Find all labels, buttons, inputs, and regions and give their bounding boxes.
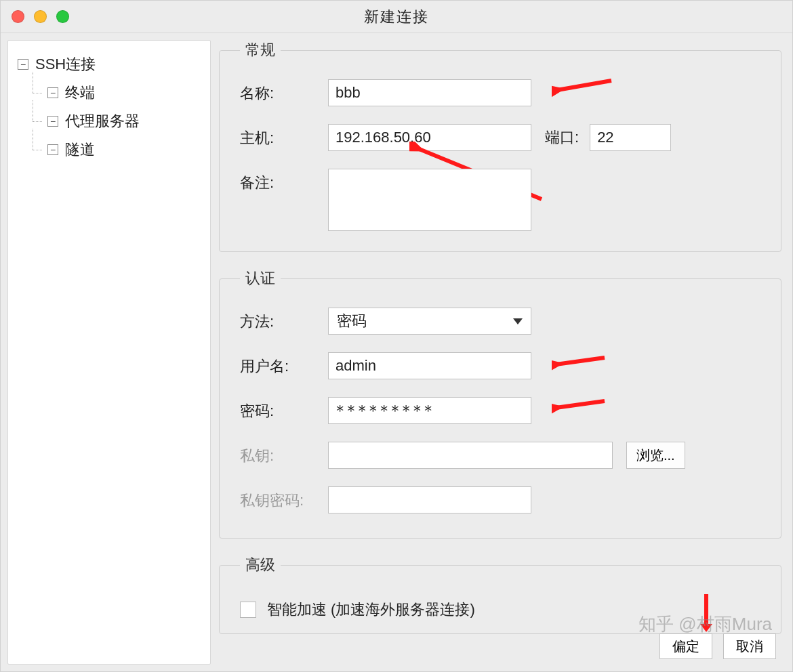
ok-button[interactable]: 偏定 — [659, 633, 712, 659]
sidebar-tree: − SSH连接 − 终端 − 代理服务器 − 隧道 — [7, 40, 211, 665]
sidebar-item-label: 终端 — [65, 83, 95, 103]
name-input[interactable] — [328, 79, 531, 106]
dialog-window: 新建连接 − SSH连接 − 终端 − 代理服务器 − 隧道 — [0, 0, 793, 672]
annotation-arrow-icon — [552, 394, 606, 419]
browse-button[interactable]: 浏览... — [626, 442, 685, 469]
svg-line-5 — [556, 358, 605, 364]
tree-collapse-icon[interactable]: − — [47, 144, 58, 155]
sidebar-item-label: SSH连接 — [35, 54, 96, 75]
method-label: 方法: — [240, 308, 314, 332]
smart-accel-label: 智能加速 (加速海外服务器连接) — [267, 600, 475, 620]
main-content: 常规 名称: 主机: 端口: — [219, 40, 786, 665]
titlebar: 新建连接 — [1, 1, 792, 33]
method-select[interactable]: 密码 — [328, 308, 531, 335]
cancel-button[interactable]: 取消 — [723, 633, 776, 659]
smart-accel-checkbox[interactable] — [240, 602, 256, 618]
sidebar-item-label: 隧道 — [65, 140, 95, 160]
zoom-window-button[interactable] — [56, 10, 69, 23]
host-label: 主机: — [240, 124, 314, 148]
sidebar-item-label: 代理服务器 — [65, 111, 140, 131]
minimize-window-button[interactable] — [34, 10, 47, 23]
annotation-arrow-icon — [552, 351, 606, 375]
remark-textarea[interactable] — [328, 169, 531, 231]
window-controls — [12, 10, 69, 23]
method-select-value: 密码 — [337, 311, 367, 331]
port-label: 端口: — [545, 127, 579, 148]
keypass-label: 私钥密码: — [240, 486, 314, 511]
svg-line-1 — [557, 81, 611, 90]
chevron-down-icon — [513, 318, 523, 324]
keypass-input[interactable] — [328, 486, 531, 513]
sidebar-item-terminal[interactable]: − 终端 — [15, 79, 203, 107]
panel-legend: 认证 — [240, 268, 281, 289]
annotation-arrow-icon — [552, 75, 613, 102]
port-input[interactable] — [590, 124, 671, 151]
host-input[interactable] — [328, 124, 531, 151]
window-title: 新建连接 — [364, 7, 429, 27]
body-area: − SSH连接 − 终端 − 代理服务器 − 隧道 常规 名称: — [1, 33, 792, 671]
password-input[interactable] — [328, 397, 531, 424]
username-label: 用户名: — [240, 352, 314, 377]
name-label: 名称: — [240, 79, 314, 104]
panel-legend: 常规 — [240, 40, 281, 60]
sidebar-item-tunnel[interactable]: − 隧道 — [15, 135, 203, 164]
panel-general: 常规 名称: 主机: 端口: — [219, 40, 781, 252]
password-label: 密码: — [240, 397, 314, 421]
sidebar-item-proxy[interactable]: − 代理服务器 — [15, 107, 203, 135]
svg-line-7 — [556, 401, 605, 408]
panel-legend: 高级 — [240, 555, 281, 575]
panel-auth: 认证 方法: 密码 用户名: 密码: — [219, 268, 781, 539]
tree-collapse-icon[interactable]: − — [47, 116, 58, 127]
privatekey-input[interactable] — [328, 442, 613, 469]
dialog-buttons: 偏定 取消 — [659, 633, 776, 659]
tree-collapse-icon[interactable]: − — [18, 59, 28, 70]
close-window-button[interactable] — [12, 10, 24, 23]
privatekey-label: 私钥: — [240, 442, 314, 466]
watermark-text: 知乎 @村雨Mura — [638, 612, 772, 636]
username-input[interactable] — [328, 352, 531, 379]
sidebar-item-ssh[interactable]: − SSH连接 — [15, 50, 203, 79]
remark-label: 备注: — [240, 169, 314, 193]
tree-collapse-icon[interactable]: − — [47, 87, 58, 98]
